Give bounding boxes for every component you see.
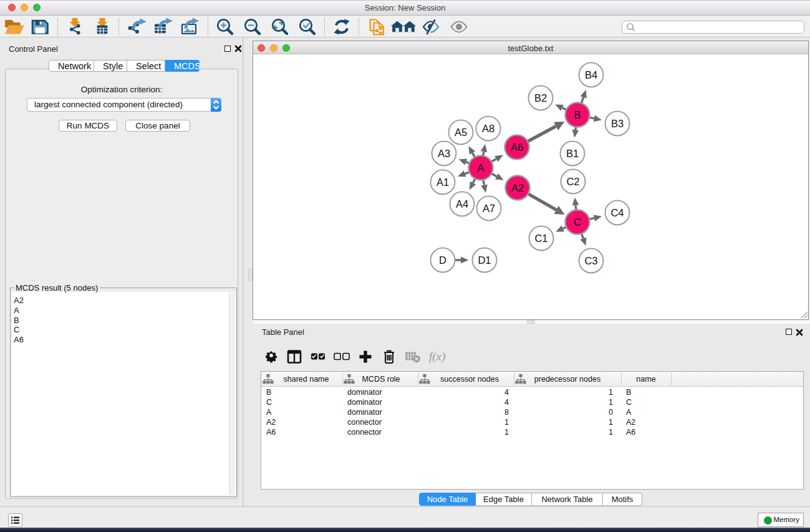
svg-text:B1: B1 <box>566 148 579 159</box>
svg-text:B2: B2 <box>534 92 547 104</box>
svg-text:shared name: shared name <box>284 375 329 384</box>
svg-text:A: A <box>477 162 484 173</box>
svg-text:MCDS role: MCDS role <box>362 375 400 384</box>
svg-text:D: D <box>439 254 446 266</box>
svg-text:C1: C1 <box>534 233 547 244</box>
svg-text:A6: A6 <box>511 142 523 153</box>
svg-text:B4: B4 <box>585 69 597 80</box>
svg-text:A7: A7 <box>483 203 495 214</box>
svg-text:predecessor nodes: predecessor nodes <box>534 375 600 384</box>
svg-text:successor nodes: successor nodes <box>440 375 499 384</box>
svg-text:f(x): f(x) <box>429 350 445 364</box>
svg-text:A3: A3 <box>438 148 450 159</box>
svg-text:C4: C4 <box>610 207 624 218</box>
svg-text:A8: A8 <box>482 123 494 134</box>
svg-text:A4: A4 <box>456 198 468 210</box>
svg-text:C3: C3 <box>584 255 597 266</box>
svg-text:A5: A5 <box>455 127 467 138</box>
svg-text:D1: D1 <box>478 254 491 266</box>
svg-text:C: C <box>574 216 581 228</box>
svg-text:B: B <box>574 109 581 120</box>
svg-text:C2: C2 <box>566 176 579 187</box>
svg-text:B3: B3 <box>611 118 624 129</box>
svg-text:A1: A1 <box>436 177 449 188</box>
svg-text:name: name <box>636 375 655 384</box>
svg-text:A2: A2 <box>511 182 524 193</box>
